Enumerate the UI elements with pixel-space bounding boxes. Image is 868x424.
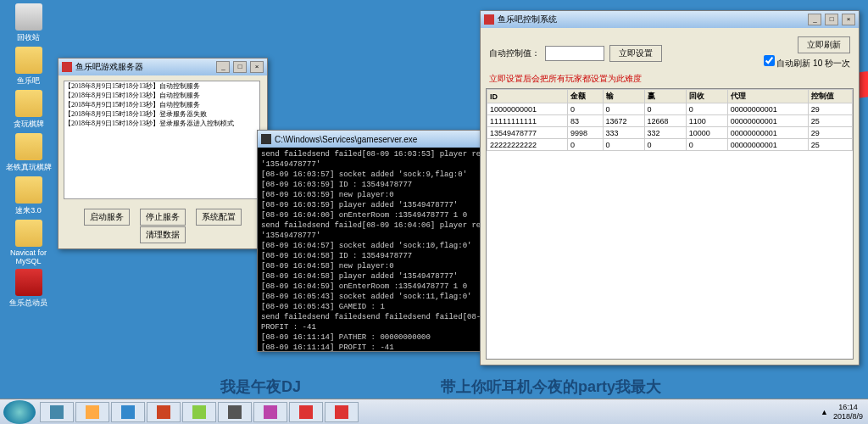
desktop-icon-tanwan[interactable]: 贪玩棋牌 — [5, 90, 52, 130]
table-row[interactable]: 2222222222200000000000000125 — [487, 139, 853, 151]
desktop-icon-recycle[interactable]: 回收站 — [5, 3, 52, 43]
close-button[interactable]: × — [250, 61, 264, 73]
auto-refresh-checkbox[interactable]: 自动刷新 10 秒一次 — [764, 55, 850, 70]
start-button[interactable] — [3, 400, 36, 424]
tray-icon[interactable]: ▲ — [821, 408, 828, 416]
taskbar-button[interactable] — [253, 402, 287, 422]
warning-text: 立即设置后会把所有玩家都设置为此难度 — [486, 73, 854, 88]
log-textarea[interactable]: 【2018年8月9日15时18分13秒】自动控制服务 【2018年8月9日15时… — [64, 81, 260, 199]
table-row[interactable]: 1111111111183136721266811000000000000125 — [487, 115, 853, 127]
maximize-button[interactable]: □ — [825, 14, 838, 25]
desktop-icon-yule[interactable]: 鱼乐吧 — [5, 47, 52, 86]
set-now-button[interactable]: 立即设置 — [609, 45, 662, 62]
system-config-button[interactable]: 系统配置 — [196, 209, 242, 226]
desktop-icon-app[interactable]: 鱼乐总动员 — [5, 269, 52, 309]
data-grid[interactable]: ID金额输赢回收代理控制值 10000000001000000000000001… — [486, 88, 854, 360]
desktop-icon-sulai[interactable]: 速来3.0 — [5, 176, 52, 216]
table-row[interactable]: 135494787779998333332100000000000000129 — [487, 127, 853, 139]
auto-control-input[interactable] — [545, 46, 604, 61]
table-row[interactable]: 1000000000100000000000000129 — [487, 103, 853, 115]
close-button[interactable]: × — [842, 14, 855, 25]
taskbar-button[interactable] — [75, 402, 109, 422]
log-window-title: 鱼乐吧游戏服务器 — [75, 61, 215, 73]
taskbar-button[interactable] — [111, 402, 145, 422]
start-service-button[interactable]: 启动服务 — [84, 209, 130, 226]
desktop: 回收站 鱼乐吧 贪玩棋牌 老铁真玩棋牌 速来3.0 Navicat for My… — [0, 0, 57, 312]
taskbar-button[interactable] — [182, 402, 216, 422]
control-window[interactable]: 鱼乐吧控制系统 _ □ × 自动控制值： 立即设置 立即刷新 自动刷新 10 秒… — [480, 10, 860, 365]
table-header-row: ID金额输赢回收代理控制值 — [487, 90, 853, 103]
taskbar-button[interactable] — [218, 402, 252, 422]
taskbar-button[interactable] — [325, 402, 359, 422]
log-window-titlebar[interactable]: 鱼乐吧游戏服务器 _ □ × — [58, 59, 267, 75]
subtitle-text-2: 带上你听耳机今夜的party我最大 — [441, 377, 661, 397]
clock[interactable]: 16:142018/8/9 — [833, 403, 863, 421]
app-icon — [484, 14, 494, 25]
desktop-icon-laotie[interactable]: 老铁真玩棋牌 — [5, 133, 52, 173]
taskbar-button[interactable] — [40, 402, 74, 422]
log-window[interactable]: 鱼乐吧游戏服务器 _ □ × 【2018年8月9日15时18分13秒】自动控制服… — [58, 58, 268, 249]
desktop-icon-navicat[interactable]: Navicat for MySQL — [5, 220, 52, 265]
auto-control-label: 自动控制值： — [489, 47, 540, 59]
taskbar-button[interactable] — [147, 402, 181, 422]
maximize-button[interactable]: □ — [233, 61, 247, 73]
taskbar-button[interactable] — [289, 402, 323, 422]
console-icon — [261, 134, 271, 144]
stop-service-button[interactable]: 停止服务 — [140, 209, 186, 226]
minimize-button[interactable]: _ — [808, 14, 821, 25]
subtitle-text-1: 我是午夜DJ — [220, 377, 301, 397]
taskbar: ▲ 16:142018/8/9 — [0, 399, 868, 424]
app-icon — [62, 62, 72, 72]
system-tray[interactable]: ▲ 16:142018/8/9 — [815, 403, 868, 421]
refresh-now-button[interactable]: 立即刷新 — [798, 36, 850, 53]
clear-data-button[interactable]: 清理数据 — [140, 226, 186, 243]
minimize-button[interactable]: _ — [216, 61, 230, 73]
control-title: 鱼乐吧控制系统 — [498, 14, 807, 25]
control-titlebar[interactable]: 鱼乐吧控制系统 _ □ × — [481, 11, 859, 28]
